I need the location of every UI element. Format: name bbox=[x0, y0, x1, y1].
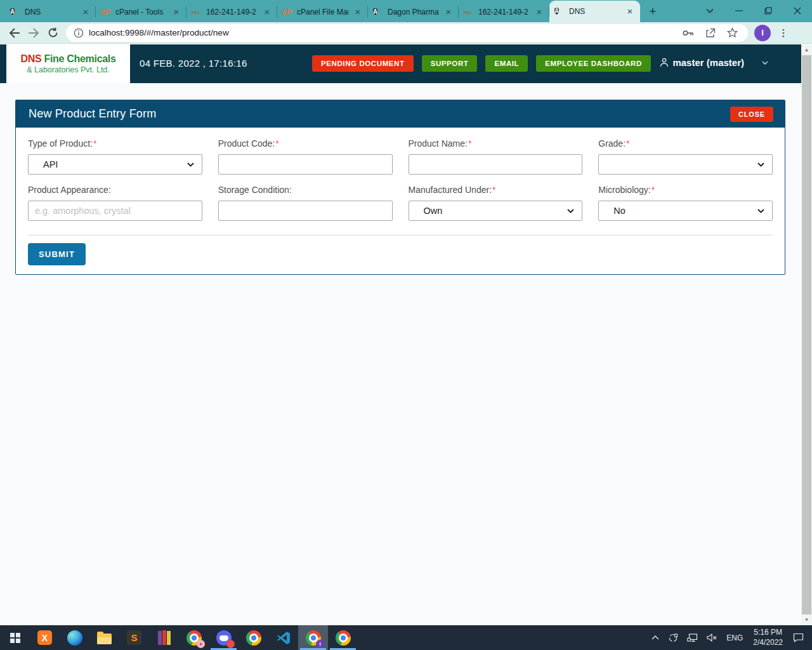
submit-button[interactable]: SUBMIT bbox=[28, 243, 86, 265]
select-value: API bbox=[43, 159, 58, 169]
windows-logo-icon bbox=[10, 633, 20, 643]
field-storage-condition: Storage Condition: bbox=[218, 185, 393, 221]
required-asterisk: * bbox=[652, 185, 655, 195]
new-tab-button[interactable]: + bbox=[644, 3, 662, 20]
close-button[interactable]: CLOSE bbox=[730, 107, 773, 122]
chevron-down-icon bbox=[567, 209, 574, 213]
taskbar-winrar[interactable] bbox=[149, 625, 179, 650]
required-asterisk: * bbox=[93, 138, 96, 149]
volume-muted-icon[interactable] bbox=[702, 625, 722, 650]
grade-select[interactable] bbox=[598, 154, 773, 175]
taskbar-chrome-profile-1[interactable]: ● bbox=[179, 625, 209, 650]
tab-close-icon[interactable]: × bbox=[625, 6, 635, 17]
taskbar-chrome-active[interactable]: I bbox=[298, 625, 328, 650]
tray-network-icon[interactable] bbox=[683, 625, 702, 650]
taskbar-chrome-3[interactable] bbox=[328, 625, 358, 650]
tab-search-chevron-icon[interactable] bbox=[695, 0, 724, 21]
taskbar-sublime[interactable]: S bbox=[119, 625, 149, 650]
product-appearance-input[interactable] bbox=[29, 201, 202, 220]
email-button[interactable]: EMAIL bbox=[485, 55, 528, 72]
logo-word-dns: DNS bbox=[20, 53, 41, 64]
username-label: master (master) bbox=[672, 57, 744, 68]
maximize-button[interactable] bbox=[754, 0, 783, 21]
address-bar[interactable]: localhost:9998/#/master/product/new bbox=[66, 24, 748, 42]
password-key-icon[interactable] bbox=[683, 29, 694, 37]
profile-avatar[interactable]: I bbox=[754, 25, 771, 41]
tab-phpmyadmin-1[interactable]: PMA 162-241-149-2 × bbox=[187, 1, 277, 22]
tab-close-icon[interactable]: × bbox=[534, 7, 544, 17]
taskbar-file-explorer[interactable] bbox=[89, 625, 119, 650]
tab-dns-1[interactable]: A DNS × bbox=[5, 1, 96, 22]
product-code-field bbox=[218, 154, 393, 175]
tab-close-icon[interactable]: × bbox=[262, 7, 272, 17]
field-label: Product Name: bbox=[409, 138, 468, 149]
taskbar-discord[interactable] bbox=[209, 625, 239, 650]
tab-cpanel-tools[interactable]: cP cPanel - Tools × bbox=[96, 1, 187, 22]
chrome-icon bbox=[246, 630, 261, 646]
profile-badge: ● bbox=[197, 640, 205, 648]
tab-close-icon[interactable]: × bbox=[171, 7, 181, 17]
manufactured-under-select[interactable]: Own bbox=[409, 201, 583, 221]
share-icon[interactable] bbox=[705, 28, 716, 38]
product-name-input[interactable] bbox=[409, 155, 582, 174]
tab-dns-active[interactable]: A DNS × bbox=[549, 1, 640, 22]
user-menu[interactable]: master (master) bbox=[660, 57, 768, 68]
taskbar-edge[interactable] bbox=[60, 625, 89, 650]
field-grade: Grade:* bbox=[598, 138, 773, 175]
tray-date: 2/4/2022 bbox=[753, 638, 783, 648]
taskbar-xampp[interactable]: X bbox=[30, 625, 60, 650]
tab-close-icon[interactable]: × bbox=[443, 7, 454, 17]
employee-dashboard-button[interactable]: EMPLOYEE DASHBOARD bbox=[536, 55, 651, 72]
user-icon bbox=[660, 58, 669, 67]
file-explorer-icon bbox=[97, 633, 112, 644]
scroll-up-icon[interactable]: ▲ bbox=[801, 44, 812, 55]
microbiology-select[interactable]: No bbox=[598, 201, 773, 221]
field-product-code: Product Code:* bbox=[218, 138, 393, 175]
support-button[interactable]: SUPPORT bbox=[422, 55, 478, 72]
tab-close-icon[interactable]: × bbox=[81, 7, 91, 17]
taskbar-vscode[interactable] bbox=[268, 625, 298, 650]
new-product-entry-card: New Product Entry Form CLOSE Type of Pro… bbox=[15, 100, 785, 275]
tab-dagon-pharma[interactable]: A Dagon Pharma × bbox=[368, 1, 459, 22]
tab-title: Dagon Pharma bbox=[388, 8, 439, 17]
action-center-icon[interactable] bbox=[789, 625, 808, 650]
taskbar-clock[interactable]: 5:16 PM 2/4/2022 bbox=[747, 628, 789, 647]
storage-condition-input[interactable] bbox=[219, 201, 392, 220]
url-text[interactable]: localhost:9998/#/master/product/new bbox=[89, 28, 683, 37]
minimize-button[interactable] bbox=[724, 0, 754, 21]
forward-button[interactable] bbox=[24, 23, 43, 43]
tab-title: DNS bbox=[25, 8, 76, 17]
chevron-down-icon bbox=[762, 61, 768, 65]
site-info-icon[interactable] bbox=[74, 28, 84, 38]
start-button[interactable] bbox=[0, 625, 30, 650]
profile-badge-i: I bbox=[316, 640, 324, 648]
xampp-icon: X bbox=[37, 630, 52, 645]
back-button[interactable] bbox=[5, 23, 24, 43]
tab-title: 162-241-149-2 bbox=[206, 8, 258, 17]
browser-menu-icon[interactable]: ⋮ bbox=[777, 27, 790, 39]
product-name-field bbox=[409, 154, 583, 175]
type-of-product-select[interactable]: API bbox=[28, 154, 202, 175]
field-label: Product Appearance: bbox=[28, 185, 111, 195]
field-type-of-product: Type of Product:* API bbox=[28, 138, 202, 175]
storage-condition-field bbox=[218, 201, 393, 221]
tab-cpanel-filemanager[interactable]: cP cPanel File Man × bbox=[277, 1, 368, 22]
tray-time: 5:16 PM bbox=[753, 628, 783, 638]
required-asterisk: * bbox=[626, 138, 629, 149]
close-window-button[interactable] bbox=[783, 0, 812, 21]
tab-close-icon[interactable]: × bbox=[353, 7, 363, 17]
scrollbar-thumb[interactable] bbox=[802, 55, 811, 614]
phpmyadmin-icon: PMA bbox=[192, 7, 202, 17]
tray-update-icon[interactable] bbox=[664, 625, 683, 650]
page-scrollbar[interactable]: ▲ ▼ bbox=[801, 44, 812, 625]
logo-subtitle: & Laboratories Pvt. Ltd. bbox=[27, 65, 110, 74]
reload-button[interactable] bbox=[43, 23, 62, 43]
taskbar-chrome-2[interactable] bbox=[239, 625, 268, 650]
tab-phpmyadmin-2[interactable]: PMA 162-241-149-2 × bbox=[459, 1, 549, 22]
language-indicator[interactable]: ENG bbox=[722, 625, 747, 650]
tray-expand-icon[interactable] bbox=[647, 625, 664, 650]
product-code-input[interactable] bbox=[219, 155, 392, 174]
pending-document-button[interactable]: PENDING DOCUMENT bbox=[312, 55, 414, 72]
scroll-down-icon[interactable]: ▼ bbox=[801, 614, 812, 625]
bookmark-star-icon[interactable] bbox=[727, 27, 738, 38]
